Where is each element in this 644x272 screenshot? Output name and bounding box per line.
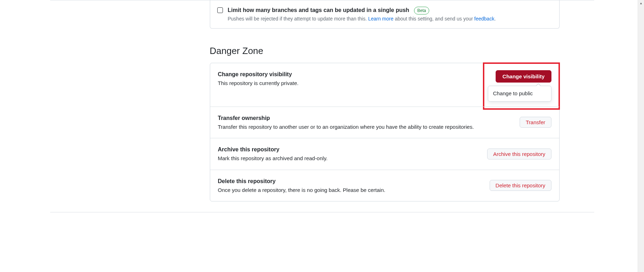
danger-zone-heading: Danger Zone (210, 44, 560, 58)
dz-item-delete: Delete this repository Once you delete a… (210, 170, 559, 201)
push-limit-box: Limit how many branches and tags can be … (210, 0, 560, 29)
dz-item-archive: Archive this repository Mark this reposi… (210, 138, 559, 170)
danger-zone-box: Change repository visibility This reposi… (210, 63, 560, 201)
push-limit-checkbox[interactable] (217, 7, 223, 13)
scrollbar[interactable]: ▴ (638, 0, 644, 212)
push-limit-title: Limit how many branches and tags can be … (228, 7, 409, 13)
scroll-up-arrow[interactable]: ▴ (638, 0, 644, 6)
change-to-public-option[interactable]: Change to public (488, 86, 551, 101)
learn-more-link[interactable]: Learn more (368, 16, 394, 22)
dz-item-transfer: Transfer ownership Transfer this reposit… (210, 107, 559, 138)
beta-badge: Beta (414, 7, 429, 14)
transfer-button[interactable]: Transfer (520, 117, 551, 128)
dz-item-visibility: Change repository visibility This reposi… (210, 63, 559, 107)
dz-transfer-title: Transfer ownership (218, 114, 509, 122)
push-limit-row: Limit how many branches and tags can be … (210, 0, 559, 28)
bottom-divider (50, 212, 594, 212)
push-limit-desc: Pushes will be rejected if they attempt … (228, 15, 552, 23)
dz-transfer-desc: Transfer this repository to another user… (218, 123, 509, 131)
dz-archive-title: Archive this repository (218, 145, 477, 154)
feedback-link[interactable]: feedback (474, 16, 495, 22)
dz-visibility-desc: This repository is currently private. (218, 79, 485, 87)
dz-delete-title: Delete this repository (218, 177, 479, 186)
archive-button[interactable]: Archive this repository (487, 149, 551, 159)
dz-delete-desc: Once you delete a repository, there is n… (218, 186, 479, 194)
dz-visibility-title: Change repository visibility (218, 70, 485, 79)
dz-archive-desc: Mark this repository as archived and rea… (218, 155, 477, 163)
change-visibility-button[interactable]: Change visibility (496, 70, 551, 83)
visibility-dropdown: Change to public (488, 86, 551, 102)
delete-button[interactable]: Delete this repository (490, 180, 551, 191)
